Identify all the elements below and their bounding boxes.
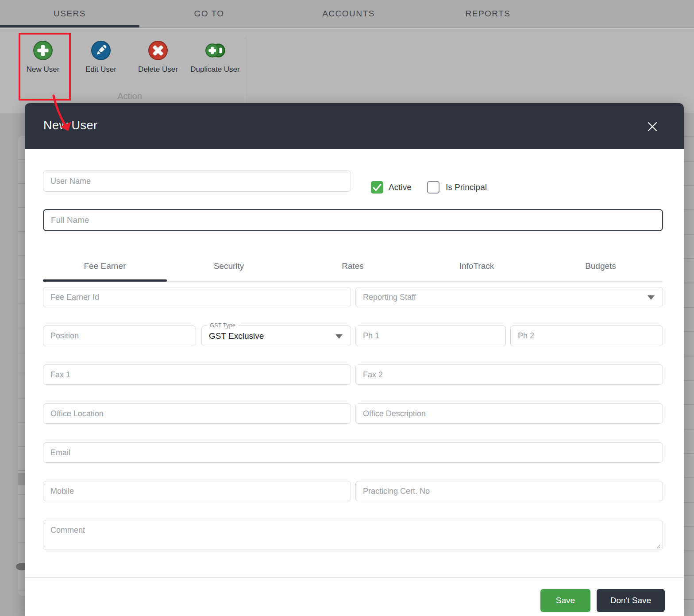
tab-budgets[interactable]: Budgets (539, 252, 663, 280)
save-button[interactable]: Save (540, 589, 590, 612)
office-description-input[interactable] (355, 403, 663, 424)
edit-user-button[interactable]: Edit User (74, 40, 127, 74)
new-user-plus-icon (16, 40, 69, 61)
comment-textarea[interactable] (43, 520, 663, 550)
reporting-staff-placeholder: Reporting Staff (363, 293, 416, 302)
ph1-input[interactable] (355, 325, 506, 346)
practicing-cert-no-input[interactable] (355, 481, 663, 501)
footer-divider (25, 577, 684, 578)
dont-save-button[interactable]: Don't Save (597, 589, 665, 612)
ribbon-tab-reports[interactable]: REPORTS (418, 0, 558, 27)
is-principal-checkbox[interactable] (427, 181, 440, 194)
fax1-input[interactable] (43, 364, 351, 385)
gst-type-value: GST Exclusive (209, 331, 264, 341)
duplicate-user-button[interactable]: Duplicate User (189, 40, 242, 74)
dialog-title: New User (43, 119, 98, 132)
background-table-right-sliver (684, 113, 694, 616)
duplicate-user-icon (189, 40, 242, 61)
application-window: USERS GO TO ACCOUNTS REPORTS New User (0, 0, 694, 616)
ribbon-tab-go-to[interactable]: GO TO (139, 0, 279, 27)
is-principal-checkbox-label: Is Principal (446, 182, 487, 192)
active-tab-underline (0, 25, 139, 27)
dialog-header: New User (25, 103, 684, 149)
active-dialog-tab-underline (43, 279, 167, 282)
ribbon-group-divider (245, 37, 245, 102)
edit-user-label: Edit User (74, 64, 127, 74)
checkmark-icon (371, 181, 383, 194)
new-user-button[interactable]: New User (16, 40, 69, 74)
new-user-dialog: New User Active Is Principal Fee Earner … (25, 103, 684, 616)
ribbon-action-group: New User Edit User (0, 28, 694, 113)
ph2-input[interactable] (510, 325, 663, 346)
full-name-input[interactable] (43, 209, 663, 231)
action-group-label: Action (103, 91, 156, 101)
tab-fee-earner[interactable]: Fee Earner (43, 252, 167, 280)
gst-type-label: GST Type (207, 322, 238, 329)
office-location-input[interactable] (43, 403, 351, 424)
background-table-left-sliver (18, 136, 25, 596)
email-input[interactable] (43, 442, 663, 463)
chevron-down-icon (335, 334, 343, 339)
active-checkbox-label: Active (389, 182, 412, 192)
delete-user-button[interactable]: Delete User (131, 40, 185, 74)
fax2-input[interactable] (355, 364, 663, 385)
user-name-input[interactable] (43, 170, 351, 192)
close-icon[interactable] (647, 121, 658, 132)
ribbon-tab-users[interactable]: USERS (0, 0, 139, 27)
fee-earner-id-input[interactable] (43, 287, 351, 307)
position-input[interactable] (43, 325, 196, 346)
tab-rates[interactable]: Rates (291, 252, 415, 280)
chevron-down-icon (648, 295, 655, 300)
delete-user-x-icon (131, 40, 185, 61)
new-user-label: New User (16, 64, 69, 74)
gst-type-dropdown[interactable]: GST Type GST Exclusive (201, 325, 351, 346)
delete-user-label: Delete User (131, 64, 185, 74)
duplicate-user-label: Duplicate User (189, 64, 242, 74)
ribbon-tab-accounts[interactable]: ACCOUNTS (279, 0, 418, 27)
reporting-staff-dropdown[interactable]: Reporting Staff (355, 287, 663, 307)
active-checkbox[interactable] (371, 181, 383, 194)
tab-infotrack[interactable]: InfoTrack (415, 252, 539, 280)
tab-security[interactable]: Security (167, 252, 291, 280)
edit-user-pencil-icon (74, 40, 127, 61)
ribbon-tab-bar: USERS GO TO ACCOUNTS REPORTS (0, 0, 694, 28)
mobile-input[interactable] (43, 481, 351, 501)
background-selected-row (18, 473, 25, 485)
